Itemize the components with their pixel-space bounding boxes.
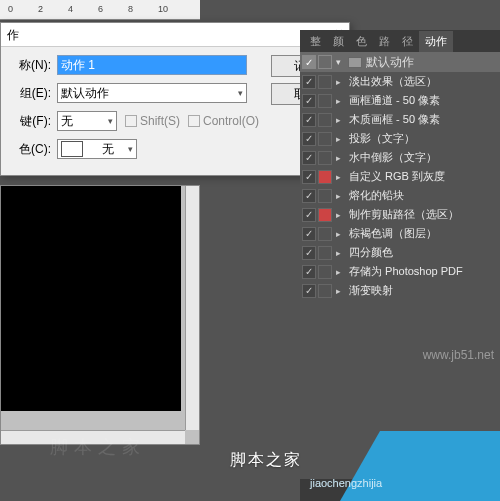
check-icon[interactable]: ✓ xyxy=(302,94,316,108)
toggle-dialog-icon[interactable] xyxy=(318,189,332,203)
action-name: 棕褐色调（图层） xyxy=(349,226,437,241)
key-value: 无 xyxy=(61,113,73,130)
expand-icon[interactable]: ▸ xyxy=(336,210,346,220)
tab-item[interactable]: 颜 xyxy=(327,31,350,52)
action-row[interactable]: ✓▸四分颜色 xyxy=(300,243,500,262)
action-row[interactable]: ✓▸画框通道 - 50 像素 xyxy=(300,91,500,110)
control-checkbox[interactable]: Control(O) xyxy=(188,114,259,128)
expand-icon[interactable]: ▸ xyxy=(336,153,346,163)
action-name: 水中倒影（文字） xyxy=(349,150,437,165)
expand-icon[interactable]: ▸ xyxy=(336,229,346,239)
action-row[interactable]: ✓▸棕褐色调（图层） xyxy=(300,224,500,243)
action-set-row[interactable]: ✓ ▾ 默认动作 xyxy=(300,52,500,72)
action-row[interactable]: ✓▸投影（文字） xyxy=(300,129,500,148)
chevron-down-icon: ▾ xyxy=(128,144,133,154)
expand-icon[interactable]: ▸ xyxy=(336,77,346,87)
action-row[interactable]: ✓▸水中倒影（文字） xyxy=(300,148,500,167)
folder-icon xyxy=(348,57,362,68)
tab-actions[interactable]: 动作 xyxy=(419,31,453,52)
expand-icon[interactable]: ▸ xyxy=(336,286,346,296)
action-row[interactable]: ✓▸渐变映射 xyxy=(300,281,500,300)
key-label: 键(F): xyxy=(9,113,51,130)
check-icon[interactable]: ✓ xyxy=(302,55,316,69)
name-label: 称(N): xyxy=(9,57,51,74)
tab-item[interactable]: 整 xyxy=(304,31,327,52)
tab-item[interactable]: 径 xyxy=(396,31,419,52)
new-action-dialog: 作 × 记录 取消 称(N): 组(E): 默认动作 ▾ 键(F): 无 ▾ S… xyxy=(0,22,350,176)
action-set-name: 默认动作 xyxy=(366,54,414,71)
color-swatch xyxy=(61,141,83,157)
action-name: 熔化的铅块 xyxy=(349,188,404,203)
watermark-text: 脚本之家 xyxy=(230,450,302,471)
toggle-dialog-icon[interactable] xyxy=(318,170,332,184)
action-row[interactable]: ✓▸存储为 Photoshop PDF xyxy=(300,262,500,281)
action-name: 淡出效果（选区） xyxy=(349,74,437,89)
expand-icon[interactable]: ▸ xyxy=(336,191,346,201)
expand-icon[interactable]: ▸ xyxy=(336,172,346,182)
group-select[interactable]: 默认动作 ▾ xyxy=(57,83,247,103)
action-name: 渐变映射 xyxy=(349,283,393,298)
expand-icon[interactable]: ▸ xyxy=(336,96,346,106)
chevron-down-icon: ▾ xyxy=(238,88,243,98)
check-icon[interactable]: ✓ xyxy=(302,227,316,241)
expand-icon[interactable]: ▸ xyxy=(336,115,346,125)
action-row[interactable]: ✓▸淡出效果（选区） xyxy=(300,72,500,91)
toggle-dialog-icon[interactable] xyxy=(318,151,332,165)
dialog-title: 作 xyxy=(7,28,19,42)
expand-icon[interactable]: ▾ xyxy=(336,57,346,67)
check-icon[interactable]: ✓ xyxy=(302,170,316,184)
check-icon[interactable]: ✓ xyxy=(302,132,316,146)
panel-tabs[interactable]: 整 颜 色 路 径 动作 xyxy=(300,30,500,52)
toggle-dialog-icon[interactable] xyxy=(318,113,332,127)
check-icon[interactable]: ✓ xyxy=(302,265,316,279)
toggle-dialog-icon[interactable] xyxy=(318,132,332,146)
check-icon[interactable]: ✓ xyxy=(302,75,316,89)
action-name: 木质画框 - 50 像素 xyxy=(349,112,440,127)
color-select[interactable]: 无 ▾ xyxy=(57,139,137,159)
group-value: 默认动作 xyxy=(61,85,109,102)
action-name: 制作剪贴路径（选区） xyxy=(349,207,459,222)
check-icon[interactable]: ✓ xyxy=(302,208,316,222)
vertical-scrollbar[interactable] xyxy=(185,186,199,430)
action-list: ✓ ▾ 默认动作 ✓▸淡出效果（选区）✓▸画框通道 - 50 像素✓▸木质画框 … xyxy=(300,52,500,300)
check-icon[interactable]: ✓ xyxy=(302,284,316,298)
toggle-dialog-icon[interactable] xyxy=(318,94,332,108)
action-row[interactable]: ✓▸自定义 RGB 到灰度 xyxy=(300,167,500,186)
tab-item[interactable]: 路 xyxy=(373,31,396,52)
action-name: 投影（文字） xyxy=(349,131,415,146)
tab-item[interactable]: 色 xyxy=(350,31,373,52)
key-select[interactable]: 无 ▾ xyxy=(57,111,117,131)
action-name: 四分颜色 xyxy=(349,245,393,260)
toggle-dialog-icon[interactable] xyxy=(318,246,332,260)
expand-icon[interactable]: ▸ xyxy=(336,248,346,258)
canvas-content xyxy=(1,186,181,411)
toggle-dialog-icon[interactable] xyxy=(318,208,332,222)
actions-panel: 整 颜 色 路 径 动作 ✓ ▾ 默认动作 ✓▸淡出效果（选区）✓▸画框通道 -… xyxy=(300,30,500,450)
action-row[interactable]: ✓▸熔化的铅块 xyxy=(300,186,500,205)
dialog-titlebar[interactable]: 作 × xyxy=(1,23,349,47)
check-icon[interactable]: ✓ xyxy=(302,189,316,203)
action-row[interactable]: ✓▸制作剪贴路径（选区） xyxy=(300,205,500,224)
shift-checkbox[interactable]: Shift(S) xyxy=(125,114,180,128)
name-input[interactable] xyxy=(57,55,247,75)
watermark-ghost: 脚本之家 xyxy=(50,435,146,459)
check-icon[interactable]: ✓ xyxy=(302,151,316,165)
toggle-dialog-icon[interactable] xyxy=(318,227,332,241)
action-name: 画框通道 - 50 像素 xyxy=(349,93,440,108)
toggle-dialog-icon[interactable] xyxy=(318,265,332,279)
watermark-sub: jiaochengzhijia xyxy=(310,477,382,489)
check-icon[interactable]: ✓ xyxy=(302,246,316,260)
site-watermark: www.jb51.net xyxy=(423,348,494,362)
action-row[interactable]: ✓▸木质画框 - 50 像素 xyxy=(300,110,500,129)
check-icon[interactable]: ✓ xyxy=(302,113,316,127)
expand-icon[interactable]: ▸ xyxy=(336,134,346,144)
toggle-dialog-icon[interactable] xyxy=(318,75,332,89)
expand-icon[interactable]: ▸ xyxy=(336,267,346,277)
document-canvas[interactable] xyxy=(0,185,200,445)
action-name: 自定义 RGB 到灰度 xyxy=(349,169,445,184)
chevron-down-icon: ▾ xyxy=(108,116,113,126)
toggle-dialog-icon[interactable] xyxy=(318,284,332,298)
horizontal-ruler: 0246810 xyxy=(0,0,200,20)
toggle-dialog-icon[interactable] xyxy=(318,55,332,69)
color-label: 色(C): xyxy=(9,141,51,158)
